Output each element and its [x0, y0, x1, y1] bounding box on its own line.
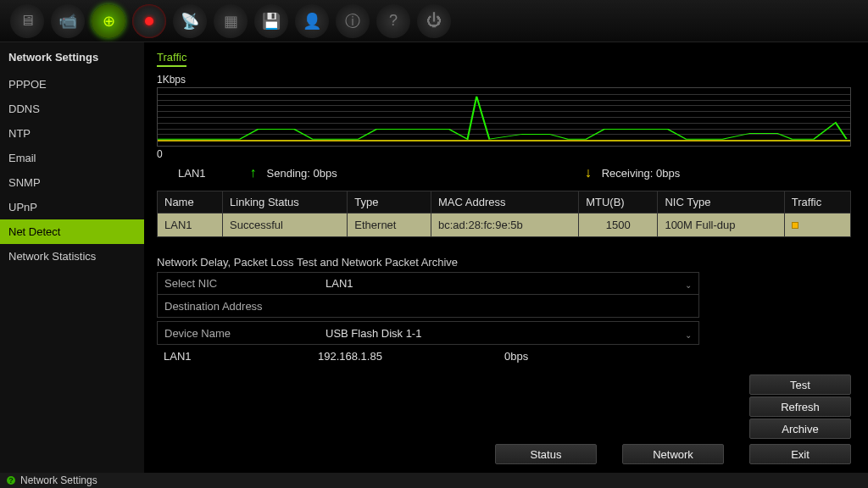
network-button[interactable]: Network	[622, 444, 724, 464]
cell-traffic[interactable]	[784, 214, 850, 237]
footer-text: Network Settings	[20, 474, 97, 486]
archive-button[interactable]: Archive	[749, 419, 851, 439]
user-icon[interactable]: 👤	[295, 4, 329, 38]
sidebar-item-net-detect[interactable]: Net Detect	[0, 219, 144, 244]
sensor-icon[interactable]: ▦	[214, 4, 248, 38]
top-toolbar: 🖥 📹 ⊕ 📡 ▦ 💾 👤 ⓘ ? ⏻	[0, 0, 868, 42]
exit-button[interactable]: Exit	[749, 444, 851, 464]
sidebar-item-upnp[interactable]: UPnP	[0, 195, 144, 219]
info-ip: 192.168.1.85	[318, 350, 504, 363]
device-name-dropdown[interactable]: USB Flash Disk 1-1 ⌄	[319, 324, 698, 343]
dest-address-label: Destination Address	[158, 297, 319, 316]
status-button[interactable]: Status	[495, 444, 597, 464]
sidebar-item-ddns[interactable]: DDNS	[0, 97, 144, 121]
arrow-up-icon: ↑	[250, 165, 257, 180]
cell-status: Successful	[223, 214, 348, 237]
test-section-title: Network Delay, Packet Loss Test and Netw…	[157, 256, 851, 269]
chart-legend: LAN1 ↑ Sending: 0bps ↓ Receiving: 0bps	[157, 165, 851, 180]
main-panel: Traffic 1Kbps 0 LAN1 ↑ Sending: 0bps ↓	[144, 42, 868, 473]
th-type[interactable]: Type	[348, 191, 431, 214]
camera-icon[interactable]: 📹	[51, 4, 85, 38]
tab-traffic[interactable]: Traffic	[157, 49, 186, 67]
chevron-down-icon: ⌄	[685, 280, 692, 290]
sidebar: Network Settings PPPOE DDNS NTP Email SN…	[0, 42, 144, 473]
record-icon[interactable]	[132, 4, 166, 38]
y-axis-zero: 0	[157, 148, 851, 160]
device-name-value: USB Flash Disk 1-1	[326, 327, 421, 340]
device-name-label: Device Name	[158, 324, 319, 343]
help-icon[interactable]: ?	[376, 4, 410, 38]
th-traffic[interactable]: Traffic	[784, 191, 850, 214]
power-icon[interactable]: ⏻	[417, 4, 451, 38]
cell-mac: bc:ad:28:fc:9e:5b	[431, 214, 579, 237]
info-icon[interactable]: ⓘ	[336, 4, 370, 38]
sidebar-item-network-statistics[interactable]: Network Statistics	[0, 244, 144, 269]
sidebar-item-pppoe[interactable]: PPPOE	[0, 72, 144, 97]
cell-type: Ethernet	[348, 214, 431, 237]
traffic-chart: 1Kbps 0 LAN1 ↑ Sending: 0bps ↓ Receiving…	[157, 74, 851, 180]
legend-sending: Sending: 0bps	[267, 167, 337, 180]
network-icon[interactable]: ⊕	[92, 4, 125, 38]
cell-mtu: 1500	[579, 214, 658, 237]
dest-address-input[interactable]	[319, 302, 698, 309]
th-name[interactable]: Name	[158, 191, 223, 214]
test-button[interactable]: Test	[749, 374, 851, 395]
select-nic-label: Select NIC	[158, 274, 319, 293]
info-lan: LAN1	[157, 350, 318, 363]
sidebar-item-snmp[interactable]: SNMP	[0, 170, 144, 195]
status-dot-icon: ?	[7, 476, 15, 485]
sidebar-item-ntp[interactable]: NTP	[0, 121, 144, 146]
monitor-icon[interactable]: 🖥	[10, 4, 44, 38]
th-nic[interactable]: NIC Type	[658, 191, 784, 214]
select-nic-value: LAN1	[326, 277, 353, 290]
refresh-button[interactable]: Refresh	[749, 396, 851, 417]
cell-nic: 100M Full-dup	[658, 214, 784, 237]
legend-lan: LAN1	[178, 167, 206, 180]
info-rate: 0bps	[504, 350, 632, 363]
alarm-icon[interactable]: 📡	[173, 4, 207, 38]
y-axis-max: 1Kbps	[157, 74, 851, 86]
nic-info-row: LAN1 192.168.1.85 0bps	[157, 350, 699, 363]
table-row[interactable]: LAN1 Successful Ethernet bc:ad:28:fc:9e:…	[158, 214, 851, 237]
sidebar-heading: Network Settings	[0, 42, 144, 72]
th-mac[interactable]: MAC Address	[431, 191, 579, 214]
cell-name: LAN1	[158, 214, 223, 237]
chevron-down-icon: ⌄	[685, 330, 692, 340]
storage-icon[interactable]: 💾	[254, 4, 288, 38]
th-mtu[interactable]: MTU(B)	[579, 191, 658, 214]
traffic-icon	[792, 222, 798, 229]
footer-bar: ? Network Settings	[0, 473, 868, 488]
legend-receiving: Receiving: 0bps	[602, 167, 681, 180]
th-status[interactable]: Linking Status	[223, 191, 348, 214]
select-nic-dropdown[interactable]: LAN1 ⌄	[319, 274, 698, 293]
sidebar-item-email[interactable]: Email	[0, 146, 144, 170]
nic-table: Name Linking Status Type MAC Address MTU…	[157, 191, 851, 237]
arrow-down-icon: ↓	[585, 165, 592, 180]
